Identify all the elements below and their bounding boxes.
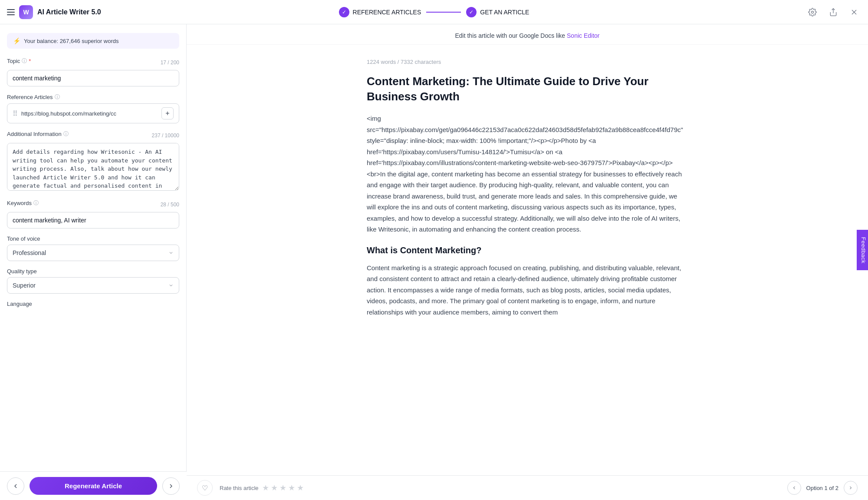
add-reference-button[interactable]: + (161, 107, 174, 119)
article-img-intro: <img src="https://pixabay.com/get/ga0964… (367, 113, 688, 235)
sidebar: ⚡ Your balance: 267,646 superior words T… (0, 24, 187, 500)
star-1[interactable]: ★ (262, 483, 269, 493)
close-icon[interactable] (847, 5, 861, 19)
keywords-label: Keywords ⓘ (7, 199, 39, 207)
quality-label: Quality type (7, 268, 179, 275)
topic-label: Topic ⓘ * (7, 57, 31, 65)
topic-required: * (29, 58, 31, 64)
settings-icon[interactable] (806, 5, 819, 19)
back-button[interactable] (7, 477, 24, 495)
header: W AI Article Writer 5.0 ✓ REFERENCE ARTI… (0, 0, 868, 24)
app-title: AI Article Writer 5.0 (37, 8, 101, 16)
topic-info-icon[interactable]: ⓘ (22, 57, 27, 65)
keywords-info-icon[interactable]: ⓘ (33, 199, 39, 207)
language-label: Language (7, 301, 179, 307)
sidebar-footer: Regenerate Article (0, 471, 187, 500)
header-steps: ✓ REFERENCE ARTICLES ✓ GET AN ARTICLE (194, 7, 674, 17)
reference-article-row: ⠿ https://blog.hubspot.com/marketing/cc … (7, 103, 179, 123)
option-nav: Option 1 of 2 (787, 481, 858, 495)
svg-point-0 (812, 11, 814, 13)
rate-label: Rate this article (220, 485, 259, 491)
step1-label: REFERENCE ARTICLES (353, 9, 421, 16)
step1-check-icon: ✓ (339, 7, 349, 17)
header-right (674, 5, 861, 19)
step-reference-articles[interactable]: ✓ REFERENCE ARTICLES (339, 7, 421, 17)
additional-info-icon[interactable]: ⓘ (63, 130, 69, 138)
header-left: W AI Article Writer 5.0 (7, 5, 194, 19)
additional-info-label: Additional Information ⓘ (7, 130, 69, 138)
article-section1-title: What is Content Marketing? (367, 245, 688, 255)
ref-info-icon[interactable]: ⓘ (55, 93, 60, 101)
reference-articles-label: Reference Articles ⓘ (7, 93, 179, 101)
ref-url-text: https://blog.hubspot.com/marketing/cc (21, 110, 158, 117)
tone-label: Tone of voice (7, 235, 179, 242)
step-get-article[interactable]: ✓ GET AN ARTICLE (466, 7, 529, 17)
star-4[interactable]: ★ (288, 483, 295, 493)
article-section1-body: Content marketing is a strategic approac… (367, 262, 688, 318)
article-footer: ♡ Rate this article ★ ★ ★ ★ ★ Option 1 o… (187, 475, 868, 500)
keywords-counter: 28 / 500 (161, 202, 179, 208)
regenerate-button[interactable]: Regenerate Article (30, 477, 157, 495)
menu-icon[interactable] (7, 9, 15, 15)
additional-info-label-row: Additional Information ⓘ 237 / 10000 (7, 130, 179, 140)
star-rating[interactable]: ★ ★ ★ ★ ★ (262, 483, 304, 493)
option-prev-button[interactable] (787, 481, 801, 495)
step-connector (426, 12, 461, 13)
heart-button[interactable]: ♡ (197, 480, 213, 496)
tone-select[interactable]: Professional Casual Formal Humorous (7, 245, 179, 261)
article-title: Content Marketing: The Ultimate Guide to… (367, 74, 688, 104)
sonic-editor-text: Edit this article with our Google Docs l… (455, 32, 565, 39)
balance-text: Your balance: 267,646 superior words (24, 38, 119, 44)
keywords-label-row: Keywords ⓘ 28 / 500 (7, 199, 179, 209)
main-layout: ⚡ Your balance: 267,646 superior words T… (0, 24, 868, 500)
sonic-editor-link[interactable]: Sonic Editor (567, 32, 599, 39)
option-label: Option 1 of 2 (806, 485, 838, 491)
topic-counter: 17 / 200 (161, 60, 179, 66)
feedback-tab[interactable]: Feedback (857, 230, 868, 270)
article-area: Edit this article with our Google Docs l… (187, 24, 868, 500)
quality-select[interactable]: Superior Premium Economy (7, 277, 179, 294)
forward-button[interactable] (162, 477, 180, 495)
topic-label-row: Topic ⓘ * 17 / 200 (7, 57, 179, 67)
step2-check-icon: ✓ (466, 7, 477, 17)
step2-label: GET AN ARTICLE (480, 9, 529, 16)
balance-bar: ⚡ Your balance: 267,646 superior words (7, 33, 179, 49)
word-count: 1224 words / 7332 characters (367, 59, 688, 65)
keywords-input[interactable] (7, 212, 179, 228)
star-3[interactable]: ★ (279, 483, 286, 493)
article-content: 1224 words / 7332 characters Content Mar… (349, 45, 705, 342)
sonic-editor-bar: Edit this article with our Google Docs l… (187, 24, 868, 45)
star-2[interactable]: ★ (271, 483, 278, 493)
app-logo: W (19, 5, 33, 19)
option-next-button[interactable] (844, 481, 858, 495)
additional-info-counter: 237 / 10000 (152, 132, 179, 139)
additional-info-textarea[interactable]: Add details regarding how Writesonic - A… (7, 143, 179, 191)
topic-input[interactable] (7, 70, 179, 86)
share-icon[interactable] (826, 5, 840, 19)
drag-handle-icon[interactable]: ⠿ (13, 109, 18, 118)
star-5[interactable]: ★ (297, 483, 304, 493)
rate-section: Rate this article ★ ★ ★ ★ ★ (220, 483, 780, 493)
bolt-icon: ⚡ (13, 37, 20, 44)
